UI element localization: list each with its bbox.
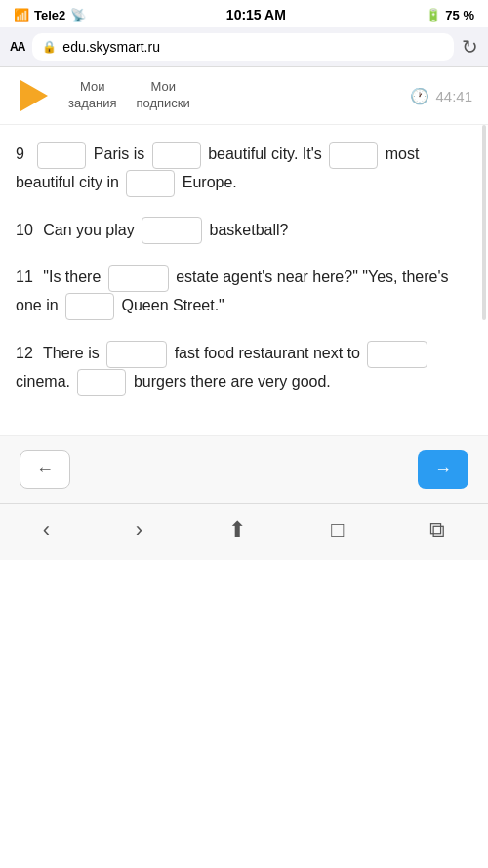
exercise-number-12: 12 [16,345,33,361]
signal-icon: 📶 [14,8,29,22]
browser-bookmarks-button[interactable]: □ [319,514,355,547]
play-icon [20,80,48,111]
nav-tabs: Мои задания Мои подписки [68,79,190,112]
url-text: edu.skysmart.ru [62,39,160,55]
ex12-text3: cinema. [16,373,74,390]
ex10-text1: Can you play [43,222,139,238]
status-bar: 📶 Tele2 📡 10:15 AM 🔋 75 % [0,0,488,27]
carrier-wifi: 📶 Tele2 📡 [14,8,86,22]
ex9-text4: Europe. [183,174,237,190]
browser-forward-button[interactable]: › [124,514,154,547]
fill-box-9-2[interactable] [152,142,201,169]
wifi-icon: 📡 [70,8,86,22]
clock-icon: 🕐 [410,87,429,105]
browser-back-icon: ‹ [43,517,50,542]
browser-tabs-icon: ⧉ [429,517,445,542]
content-wrapper: 9 Paris is beautiful city. It's most bea… [0,125,488,426]
exercise-10: 10 Can you play basketball? [16,217,472,245]
nav-bottom: ← → [0,435,488,503]
lock-icon: 🔒 [42,40,57,54]
fill-box-11-2[interactable] [65,293,114,320]
next-arrow-icon: → [434,459,452,479]
fill-box-12-2[interactable] [367,341,427,368]
timer-area: 🕐 44:41 [410,87,472,105]
exercise-number-11: 11 [16,269,33,285]
browser-share-button[interactable]: ⬆ [217,514,258,547]
tab-my-tasks[interactable]: Мои задания [68,79,117,112]
fill-box-9-4[interactable] [126,170,175,197]
app-logo [16,77,53,114]
battery-percent: 75 % [445,8,474,22]
back-arrow-icon: ← [36,459,54,479]
status-right: 🔋 75 % [426,8,474,22]
ex9-text2: beautiful city. It's [208,145,326,162]
exercise-12: 12 There is fast food restaurant next to… [16,340,472,396]
main-content: 9 Paris is beautiful city. It's most bea… [0,125,488,426]
tab-my-subscriptions[interactable]: Мои подписки [137,79,190,112]
browser-bar: AA 🔒 edu.skysmart.ru ↻ [0,27,488,67]
ex10-text2: basketball? [210,222,289,238]
fill-box-9-1[interactable] [37,142,86,169]
exercise-11: 11 "Is there estate agent's near here?" … [16,264,472,320]
browser-bookmarks-icon: □ [331,517,344,542]
battery-icon: 🔋 [426,8,441,22]
ex11-text1: "Is there [43,269,104,285]
status-time: 10:15 AM [226,7,286,22]
exercise-number-10: 10 [16,222,33,238]
ex12-text4: burgers there are very good. [134,373,331,390]
next-button[interactable]: → [418,450,468,489]
carrier-name: Tele2 [34,8,65,22]
app-header: Мои задания Мои подписки 🕐 44:41 [0,67,488,125]
timer-display: 44:41 [435,88,472,104]
font-size-button[interactable]: AA [10,40,24,54]
fill-box-9-3[interactable] [329,142,378,169]
fill-box-10-1[interactable] [142,217,202,244]
back-button[interactable]: ← [20,450,70,489]
ex12-text1: There is [43,345,103,361]
bottom-browser-nav: ‹ › ⬆ □ ⧉ [0,503,488,560]
ex9-text1: Paris is [94,145,149,162]
ex11-text3: Queen Street." [122,297,224,313]
fill-box-11-1[interactable] [108,265,169,292]
browser-back-button[interactable]: ‹ [31,514,61,547]
reload-button[interactable]: ↻ [462,35,478,59]
fill-box-12-1[interactable] [106,341,167,368]
scrollbar[interactable] [482,125,486,320]
browser-tabs-button[interactable]: ⧉ [418,514,457,547]
ex12-text2: fast food restaurant next to [175,345,365,361]
browser-forward-icon: › [136,517,142,542]
browser-share-icon: ⬆ [228,517,246,542]
url-bar[interactable]: 🔒 edu.skysmart.ru [32,33,454,61]
fill-box-12-3[interactable] [77,369,126,396]
exercise-number-9: 9 [16,145,24,162]
exercise-9: 9 Paris is beautiful city. It's most bea… [16,141,472,197]
